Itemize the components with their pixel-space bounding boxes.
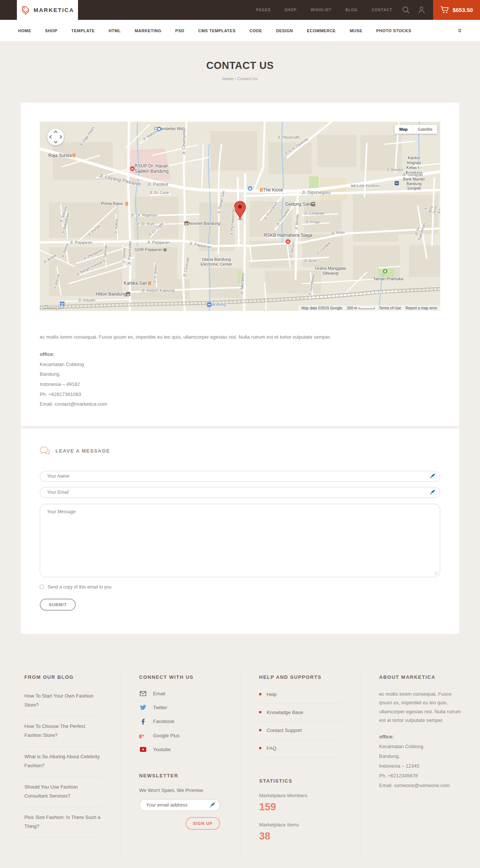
- map-pan-control[interactable]: [47, 128, 64, 145]
- help-link-faq[interactable]: FAQ: [259, 740, 341, 758]
- nav-item-marketing[interactable]: MARKETING: [135, 28, 161, 33]
- email-input[interactable]: [40, 487, 440, 498]
- map-label-jl-aruna: Jl. Aruna: [42, 253, 57, 264]
- gplus-icon: g+: [139, 733, 147, 738]
- name-input[interactable]: [40, 471, 440, 482]
- topbar-link-contact[interactable]: CONTACT: [372, 8, 392, 12]
- office-label: office:: [379, 732, 461, 742]
- map-label-jl-dr-curie: Jl. Dr. Curie: [149, 191, 169, 195]
- map-label-jl-pajajaran: Jl. Pajajaran: [147, 240, 170, 245]
- nav-item-photo-stocks[interactable]: PHOTO STOCKS: [376, 28, 411, 33]
- help-link-help[interactable]: Help: [259, 686, 341, 704]
- office-line: Ph. +6212345678: [379, 771, 461, 781]
- map-label-the-kiosk: The Kiosk: [263, 187, 283, 193]
- statistics-section: STATISTICS Marketplace Members159Marketp…: [259, 778, 341, 842]
- blog-link-2[interactable]: How To Choose The Perfect Fashion Store?: [24, 723, 85, 738]
- submit-button[interactable]: SUBMIT: [40, 599, 76, 611]
- map-label-rsup-dr-hasan-sadikin-bandung: RSUP Dr. Hasan Sadikin Bandung: [135, 163, 169, 174]
- pan-down-icon[interactable]: [54, 140, 58, 143]
- map-label-bank-mandiri-bandung-surapati: Bank Mandiri Bandung Surapati: [401, 177, 427, 191]
- contact-intro-text: ec mollis lorem consequat. Fusce ipsum e…: [40, 334, 440, 340]
- social-label: Email: [153, 691, 165, 696]
- map-label-jl-semar: Jl. Semar: [122, 248, 126, 264]
- send-copy-checkbox[interactable]: [40, 585, 44, 589]
- form-heading-row: LEAVE A MESSAGE: [40, 447, 440, 455]
- nav-item-cms-templates[interactable]: CMS TEMPLATES: [198, 28, 236, 33]
- topbar: MARKETICA PAGESSHOPWISHLISTBLOGCONTACT $…: [0, 0, 480, 20]
- topbar-link-pages[interactable]: PAGES: [256, 8, 271, 12]
- nav-item-ecommerce[interactable]: ECOMMERCE: [307, 28, 336, 33]
- station-map-icon: [207, 302, 212, 307]
- map-label-jl-bima: Jl. Bima: [75, 267, 89, 277]
- social-link-google-plus[interactable]: g+Google Plus: [139, 729, 221, 743]
- social-link-youtube[interactable]: Youtube: [139, 743, 221, 756]
- map-label-jl-lombok: Jl. Lombok: [315, 241, 332, 256]
- office-line: Ph. +62817391083: [40, 390, 440, 400]
- office-line: Email. contact@marketica.com: [40, 399, 440, 409]
- logo[interactable]: MARKETICA: [17, 0, 78, 20]
- map-label-jl-dr-rum: Jl. Dr. Rum: [136, 222, 154, 226]
- account-icon[interactable]: [418, 0, 425, 20]
- nav-item-shop[interactable]: SHOP: [45, 28, 57, 33]
- restaurant-map-icon: [126, 202, 127, 206]
- message-textarea[interactable]: [40, 504, 440, 577]
- satellite-button[interactable]: Satellite: [412, 125, 437, 134]
- tag-logo-icon: [21, 5, 30, 15]
- youtube-icon: [139, 747, 147, 752]
- message-form-card: LEAVE A MESSAGE Send a copy of this emai…: [21, 429, 459, 634]
- topbar-link-blog[interactable]: BLOG: [345, 8, 358, 12]
- map-label-jl-cimandiri: Jl. Cimandiri: [304, 211, 324, 216]
- terms-of-use-link[interactable]: Terms of Use: [379, 306, 401, 310]
- map-label-jl-progo: Jl. Progo: [305, 220, 320, 224]
- social-link-facebook[interactable]: Facebook: [139, 714, 221, 729]
- resize-handle[interactable]: [435, 572, 438, 575]
- restaurant-map-icon: [260, 188, 261, 192]
- map-button[interactable]: Map: [394, 125, 412, 134]
- blog-link-1[interactable]: How To Start Your Own Fashion Store?: [24, 693, 93, 708]
- social-link-twitter[interactable]: Twitter: [139, 701, 221, 714]
- pan-up-icon[interactable]: [54, 131, 58, 134]
- about-heading: ABOUT MARKETICA: [379, 674, 461, 680]
- nav-expand-chevron-icon[interactable]: [458, 28, 462, 33]
- nav-item-psd[interactable]: PSD: [175, 28, 184, 33]
- nav-item-html[interactable]: HTML: [109, 28, 121, 33]
- map-label-jl-diponegoro: Jl. Diponegoro: [302, 190, 330, 195]
- nav-item-design[interactable]: DESIGN: [276, 28, 293, 33]
- google-map[interactable]: Raja SundaJl. Haji YasinJl. MakmurCihamp…: [40, 122, 440, 311]
- nav-item-muse[interactable]: MUSE: [350, 28, 362, 33]
- map-label-jl-taman-sari: Jl. Taman Sari: [217, 190, 226, 214]
- map-label-jl-layang-pasupati: Jl. Layang Pasupati: [99, 173, 141, 187]
- cart-icon: [440, 6, 449, 14]
- map-label-jl-riau: Jl. Riau: [331, 230, 345, 236]
- cart-button[interactable]: $653.50: [433, 0, 480, 20]
- search-icon[interactable]: [402, 0, 410, 20]
- newsletter-email-input[interactable]: [139, 799, 220, 811]
- report-map-error-link[interactable]: Report a map error: [406, 306, 437, 310]
- social-label: Google Plus: [153, 733, 180, 738]
- form-heading: LEAVE A MESSAGE: [56, 448, 110, 454]
- map-label-graha-manggala-siliwangi: Graha Manggala Siliwangi: [315, 266, 346, 276]
- pan-left-icon[interactable]: [50, 135, 53, 139]
- office-line: Indonesia – 49182: [40, 379, 440, 390]
- help-link-contact-support[interactable]: Contact Support: [259, 722, 341, 740]
- blog-link-3[interactable]: What is So Alluring About Celebrity Fash…: [24, 754, 100, 768]
- topbar-link-shop[interactable]: SHOP: [285, 8, 297, 12]
- nav-item-code[interactable]: CODE: [249, 28, 262, 33]
- topbar-link-wishlist[interactable]: WISHLIST: [310, 8, 332, 12]
- blog-link-4[interactable]: Should You Use Fashion Consultant Servic…: [24, 784, 78, 799]
- map-label-jl-merdeka: Jl. Merdeka: [239, 273, 245, 294]
- map-label-gedung-sate: Gedung Sate: [285, 202, 312, 207]
- nav-item-home[interactable]: HOME: [18, 28, 31, 33]
- help-link-knowladge-base[interactable]: Knowladge Base: [259, 704, 341, 722]
- park-map-icon: [383, 269, 387, 273]
- social-label: Facebook: [153, 719, 174, 724]
- social-link-email[interactable]: Email: [139, 687, 221, 701]
- blog-link-5[interactable]: Plus Size Fashion: Is There Such a Thing…: [24, 814, 100, 829]
- sign-up-button[interactable]: SIGN UP: [186, 817, 220, 830]
- restaurant-map-icon: [148, 281, 150, 285]
- pan-right-icon[interactable]: [58, 135, 62, 139]
- social-label: Twitter: [153, 705, 167, 710]
- nav-item-template[interactable]: TEMPLATE: [71, 28, 94, 33]
- blog-list-item: What is So Alluring About Celebrity Fash…: [24, 747, 101, 777]
- breadcrumb-home[interactable]: Home: [222, 76, 233, 81]
